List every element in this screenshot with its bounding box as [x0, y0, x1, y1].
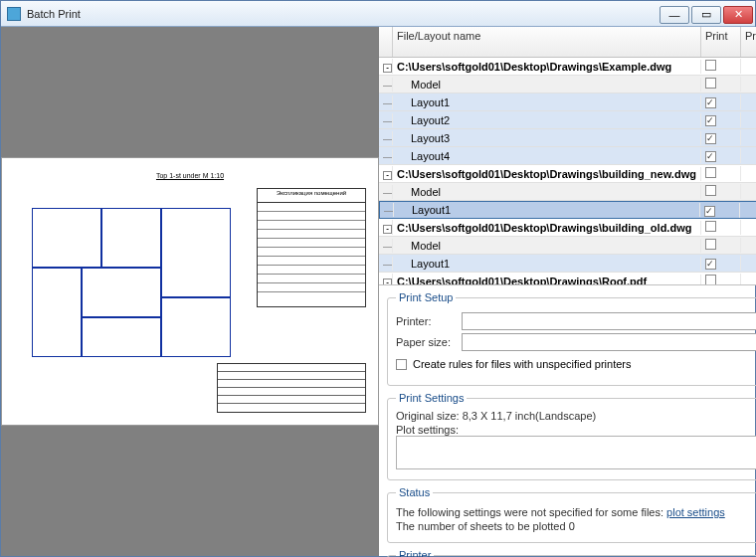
create-rules-checkbox[interactable]: [396, 359, 407, 370]
row-name: C:\Users\softgold01\Desktop\Drawings\bui…: [393, 167, 701, 181]
printer-label: Printer:: [396, 315, 462, 327]
expand-toggle[interactable]: -: [383, 171, 392, 180]
preview-pane: Top 1-st under M 1:10 Экспликация помеще…: [1, 27, 379, 556]
layout-row[interactable]: — Layout1✓: [379, 255, 756, 273]
print-settings-legend: Print Settings: [396, 392, 467, 404]
file-row[interactable]: -C:\Users\softgold01\Desktop\Drawings\bu…: [379, 165, 756, 183]
print-setup-legend: Print Setup: [396, 291, 456, 303]
row-name: Layout1: [393, 95, 701, 109]
create-rules-label: Create rules for files with unspecified …: [413, 358, 756, 370]
print-setup-group: Print Setup Printer: Paper size: Create …: [387, 291, 756, 386]
row-name: C:\Users\softgold01\Desktop\Drawings\Roo…: [393, 275, 701, 286]
close-button[interactable]: ✕: [723, 6, 753, 24]
row-name: Model: [393, 185, 701, 199]
print-checkbox[interactable]: [705, 167, 716, 178]
status-line1: The following settings were not specifie…: [396, 506, 666, 518]
plot-settings-label: Plot settings:: [396, 424, 756, 436]
row-name: Layout1: [394, 203, 700, 217]
schedule-table: Экспликация помещений: [257, 188, 366, 307]
layout-row[interactable]: — Layout3✓: [379, 129, 756, 147]
row-name: C:\Users\softgold01\Desktop\Drawings\Exa…: [393, 60, 701, 74]
plot-settings-field[interactable]: [396, 436, 756, 469]
col-print[interactable]: Print: [701, 27, 741, 57]
status-line2: The number of sheets to be plotted 0: [396, 520, 756, 532]
layout-row[interactable]: — Layout1✓: [379, 201, 756, 219]
print-checkbox[interactable]: ✓: [705, 133, 716, 144]
status-legend: Status: [396, 486, 433, 498]
model-row[interactable]: — Model: [379, 183, 756, 201]
paper-label: Paper size:: [396, 336, 462, 348]
model-row[interactable]: — Model: [379, 76, 756, 93]
floorplan: [22, 188, 251, 387]
original-size-text: Original size: 8,3 X 11,7 inch(Landscape…: [396, 410, 756, 422]
print-checkbox[interactable]: ✓: [705, 115, 716, 126]
row-name: C:\Users\softgold01\Desktop\Drawings\bui…: [393, 221, 701, 235]
file-row[interactable]: -C:\Users\softgold01\Desktop\Drawings\Ro…: [379, 273, 756, 285]
layout-row[interactable]: — Layout1✓: [379, 93, 756, 111]
printer-legend: Printer: [396, 549, 434, 557]
print-checkbox[interactable]: ✓: [705, 151, 716, 162]
layout-row[interactable]: — Layout4✓: [379, 147, 756, 165]
titlebar[interactable]: Batch Print — ▭ ✕: [1, 1, 755, 27]
batch-print-window: Batch Print — ▭ ✕ Top 1-st under M 1:10: [0, 0, 756, 557]
layout-grid[interactable]: File/Layout name Print Printer Paper siz…: [379, 27, 756, 285]
expand-toggle[interactable]: -: [383, 278, 392, 285]
plot-settings-link[interactable]: plot settings: [666, 506, 725, 518]
status-group: Status The following settings were not s…: [387, 486, 756, 543]
minimize-button[interactable]: —: [660, 6, 689, 24]
print-checkbox[interactable]: [705, 275, 716, 285]
row-name: Model: [393, 78, 701, 92]
row-name: Layout2: [393, 113, 701, 127]
print-checkbox[interactable]: [705, 221, 716, 232]
model-row[interactable]: — Model: [379, 237, 756, 255]
print-checkbox[interactable]: [705, 239, 716, 250]
col-name[interactable]: File/Layout name: [393, 27, 701, 57]
expand-toggle[interactable]: -: [383, 225, 392, 234]
row-name: Layout1: [393, 257, 701, 271]
print-checkbox[interactable]: [705, 185, 716, 196]
row-name: Layout4: [393, 149, 701, 163]
drawing-title: Top 1-st under M 1:10: [16, 172, 364, 179]
file-row[interactable]: -C:\Users\softgold01\Desktop\Drawings\Ex…: [379, 58, 756, 76]
col-printer[interactable]: Printer: [741, 27, 756, 57]
print-checkbox[interactable]: ✓: [705, 259, 716, 270]
printer-group: Printer Add stamp: [387, 549, 756, 557]
file-row[interactable]: -C:\Users\softgold01\Desktop\Drawings\bu…: [379, 219, 756, 237]
app-icon: [7, 7, 21, 21]
print-checkbox[interactable]: ✓: [705, 97, 716, 108]
maximize-button[interactable]: ▭: [691, 6, 721, 24]
expand-toggle[interactable]: -: [383, 64, 392, 73]
window-title: Batch Print: [27, 8, 660, 20]
paper-size-select[interactable]: [462, 333, 756, 351]
title-block: [217, 363, 366, 413]
row-name: Layout3: [393, 131, 701, 145]
grid-header: File/Layout name Print Printer Paper siz…: [379, 27, 756, 58]
print-checkbox[interactable]: ✓: [704, 206, 715, 217]
preview-sheet: Top 1-st under M 1:10 Экспликация помеще…: [1, 157, 379, 426]
layout-row[interactable]: — Layout2✓: [379, 111, 756, 129]
print-checkbox[interactable]: [705, 78, 716, 89]
printer-select[interactable]: [462, 312, 756, 330]
print-settings-group: Print Settings Original size: 8,3 X 11,7…: [387, 392, 756, 480]
row-name: Model: [393, 239, 701, 253]
print-checkbox[interactable]: [705, 60, 716, 71]
